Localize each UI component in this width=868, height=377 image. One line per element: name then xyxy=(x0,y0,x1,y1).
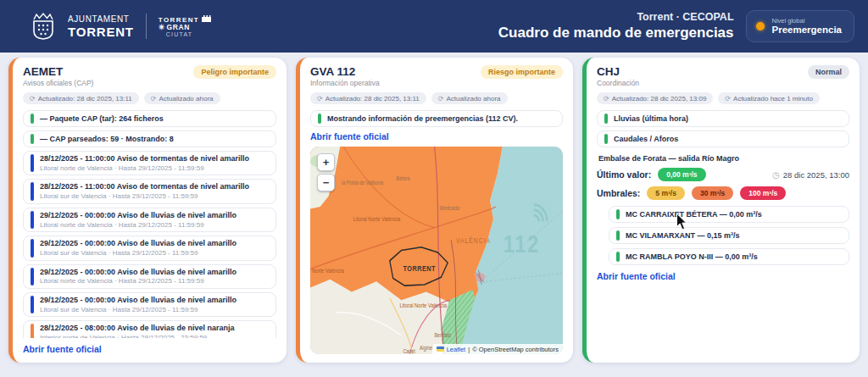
map-town-label: la Pobla de Vallbona xyxy=(342,180,383,186)
panel-gva112: GVA 112 Información operativa Riesgo imp… xyxy=(296,58,573,363)
thresholds-label: Umbrales: xyxy=(597,188,640,198)
chj-title: CHJ xyxy=(597,65,639,78)
castle-icon xyxy=(202,14,211,24)
aemet-alert-list: — Paquete CAP (tar): 264 ficheros — CAP … xyxy=(23,110,276,338)
gva-updated-chip: ⟳ Actualizado: 28 dic 2025, 13:11 xyxy=(310,92,426,104)
map-town-label: Montcada xyxy=(439,204,459,211)
torrent-gran-ciutat-logo: TORRENT ✳ GRAN CIUTAT xyxy=(159,14,211,39)
attribution-separator: | xyxy=(468,346,470,353)
threshold-pill: 100 m³/s xyxy=(740,186,786,200)
brand-area: AJUNTAMENT TORRENT TORRENT ✳ GRAN CIUTAT xyxy=(31,12,211,41)
alert-item: 29/12/2025 - 00:00:00 Aviso de lluvias d… xyxy=(23,264,276,289)
map-city-label: VALÈNCIA xyxy=(456,236,491,245)
alert-level-bar xyxy=(31,182,34,200)
refresh-icon: ⟳ xyxy=(317,95,323,103)
global-level-value: Preemergencia xyxy=(772,25,842,36)
chj-status-badge: Normal xyxy=(808,65,849,79)
gran-ciutat-line-2: GRAN xyxy=(167,24,190,32)
gva-source-link[interactable]: Abrir fuente oficial xyxy=(310,131,563,141)
category-item[interactable]: Caudales / Aforos xyxy=(597,130,849,147)
info-item: Mostrando información de preemergencias … xyxy=(310,110,563,127)
alert-meta: Litoral sur de Valencia · Hasta 29/12/20… xyxy=(40,306,236,314)
logo-line-1: AJUNTAMENT xyxy=(68,15,134,24)
last-value-label: Último valor: xyxy=(597,169,651,180)
zoom-out-button[interactable]: − xyxy=(317,174,335,191)
global-level-badge[interactable]: Nivel global Preemergencia xyxy=(746,10,854,43)
aemet-title: AEMET xyxy=(23,65,93,78)
page-title: Cuadro de mando de emergencias xyxy=(498,24,734,42)
map-region-label: Litoral Norte València xyxy=(400,302,448,308)
alert-title: 28/12/2025 - 11:00:00 Aviso de tormentas… xyxy=(40,182,249,191)
alert-title: 29/12/2025 - 00:00:00 Aviso de lluvias d… xyxy=(40,268,236,277)
aemet-refresh-chip[interactable]: ⟳ Actualizado ahora xyxy=(144,92,220,104)
station-timestamp-text: 28 dic 2025, 13:00 xyxy=(783,170,849,180)
gauge-level-bar xyxy=(616,230,620,241)
alert-item: 29/12/2025 - 00:00:00 Aviso de lluvias d… xyxy=(23,208,276,232)
logo-line-2: TORRENT xyxy=(68,25,134,38)
alert-level-bar xyxy=(31,268,34,286)
aemet-refresh-text: Actualizado ahora xyxy=(159,95,213,103)
aemet-subtitle: Avisos oficiales (CAP) xyxy=(23,79,93,87)
brand-divider xyxy=(146,14,147,39)
info-title: Mostrando información de preemergencias … xyxy=(327,114,518,124)
gva-status-badge: Riesgo importante xyxy=(481,65,563,79)
map-attribution: Leaflet | © OpenStreetMap contributors xyxy=(432,344,563,354)
zoom-in-button[interactable]: + xyxy=(317,153,335,171)
info-level-bar xyxy=(318,114,321,124)
gauge-item[interactable]: MC RAMBLA POYO N-III — 0,00 m³/s xyxy=(609,248,849,265)
emergency-dashboard: AJUNTAMENT TORRENT TORRENT ✳ GRAN CIUTAT xyxy=(0,0,868,377)
gva-updated-text: Actualizado: 28 dic 2025, 13:11 xyxy=(326,95,420,103)
alert-meta: Interior norte de Valencia · Hasta 28/12… xyxy=(40,334,234,338)
alert-title: — CAP parseados: 59 · Mostrando: 8 xyxy=(40,135,174,144)
gva-info-list: Mostrando información de preemergencias … xyxy=(310,110,563,127)
alert-level-bar xyxy=(31,154,34,172)
map-town-label: Bétera xyxy=(397,175,410,182)
leaflet-link[interactable]: Leaflet xyxy=(447,346,466,353)
gauge-list: MC CARRAIXET BÉTERA — 0,00 m³/s MC VILAM… xyxy=(609,206,849,265)
map-112-watermark: 112 xyxy=(504,230,541,258)
gauge-level-bar xyxy=(616,209,620,219)
category-item[interactable]: Lluvias (última hora) xyxy=(597,110,849,127)
gauge-item[interactable]: MC VILAMARXANT — 0,15 m³/s xyxy=(609,227,849,244)
alert-item: 28/12/2025 - 08:00:00 Aviso de lluvias d… xyxy=(23,320,276,338)
alert-item: 29/12/2025 - 00:00:00 Aviso de lluvias d… xyxy=(23,292,276,317)
alert-item: 28/12/2025 - 11:00:00 Aviso de tormentas… xyxy=(23,151,276,175)
panel-aemet: AEMET Avisos oficiales (CAP) Peligro imp… xyxy=(8,58,287,363)
map-region-label: Litoral Norte València xyxy=(353,216,401,223)
alert-item: — Paquete CAP (tar): 264 ficheros xyxy=(23,110,276,127)
alert-level-bar xyxy=(31,239,34,257)
gauge-level-bar xyxy=(616,252,620,262)
page-subtitle: Torrent · CECOPAL xyxy=(498,11,734,25)
ukraine-flag-icon xyxy=(437,347,444,352)
map-torrent-label: TORRENT xyxy=(403,263,436,273)
refresh-icon: ⟳ xyxy=(725,95,731,103)
threshold-pill: 30 m³/s xyxy=(692,186,733,200)
map-town-label: Benifaió xyxy=(435,332,452,339)
alert-title: — Paquete CAP (tar): 264 ficheros xyxy=(40,114,164,124)
aemet-source-link[interactable]: Abrir fuente oficial xyxy=(23,344,276,354)
gva-preemergency-map[interactable]: 112 Litoral Norte València Litoral Norte… xyxy=(310,147,563,354)
chj-source-link[interactable]: Abrir fuente oficial xyxy=(597,271,849,281)
mouse-cursor xyxy=(676,213,687,234)
alert-level-bar xyxy=(31,134,34,144)
osm-link[interactable]: © OpenStreetMap contributors xyxy=(472,346,559,353)
gva-refresh-chip[interactable]: ⟳ Actualizado ahora xyxy=(431,92,508,104)
chj-refresh-chip[interactable]: ⟳ Actualizado hace 1 minuto xyxy=(718,92,820,104)
chj-subtitle: Coordinación xyxy=(597,79,639,87)
alert-meta: Litoral norte de Valencia · Hasta 29/12/… xyxy=(40,164,249,173)
map-town-label: Carlet xyxy=(403,347,415,354)
global-level-label: Nivel global xyxy=(772,17,842,25)
map-region-label: Litoral Norte València xyxy=(310,268,344,274)
map-zoom-controls: + − xyxy=(317,153,335,191)
alert-level-bar xyxy=(31,296,34,313)
alert-title: 29/12/2025 - 00:00:00 Aviso de lluvias d… xyxy=(40,296,236,305)
alert-level-bar xyxy=(31,211,34,229)
alert-title: 28/12/2025 - 11:00:00 Aviso de tormentas… xyxy=(40,154,249,164)
app-header: AJUNTAMENT TORRENT TORRENT ✳ GRAN CIUTAT xyxy=(0,0,868,53)
refresh-icon: ⟳ xyxy=(30,95,36,103)
gauge-item[interactable]: MC CARRAIXET BÉTERA — 0,00 m³/s xyxy=(609,206,849,223)
dashboard-panels: AEMET Avisos oficiales (CAP) Peligro imp… xyxy=(0,53,868,363)
alert-level-bar xyxy=(31,114,34,124)
station-timestamp: ◷ 28 dic 2025, 13:00 xyxy=(772,170,849,180)
category-level-bar xyxy=(604,134,608,144)
